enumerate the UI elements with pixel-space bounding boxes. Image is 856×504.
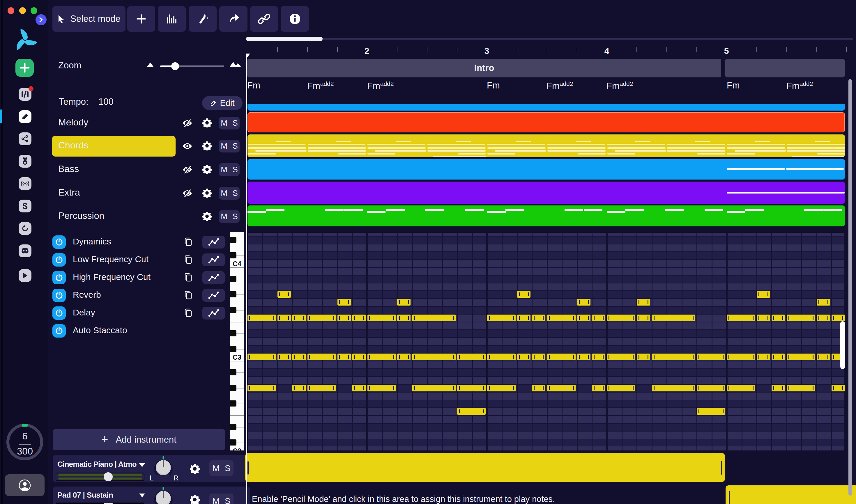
- svg-text:★: ★: [23, 161, 27, 165]
